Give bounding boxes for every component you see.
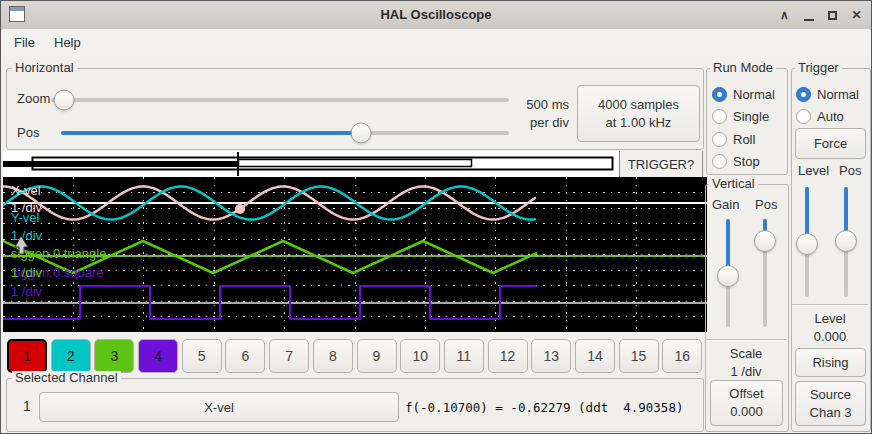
- rate-value: 500 ms: [507, 96, 569, 114]
- record-position-bar: [3, 151, 619, 177]
- radio-selected-icon: [796, 87, 811, 102]
- runmode-single-radio[interactable]: Single: [712, 108, 769, 124]
- radio-icon: [712, 154, 727, 169]
- vertical-pos-slider-thumb[interactable]: [754, 230, 776, 252]
- menu-file[interactable]: File: [10, 34, 39, 52]
- trigger-pos-slider[interactable]: [834, 187, 858, 297]
- channel-button-9[interactable]: 9: [357, 339, 397, 373]
- selected-channel-frame-label: Selected Channel: [12, 371, 121, 385]
- channel-readout: f(-0.10700) = -0.62279 (ddt 4.90358): [405, 400, 683, 415]
- trigger-level-header: Level: [798, 164, 829, 178]
- channel-button-3[interactable]: 3: [94, 339, 134, 373]
- channel-button-11[interactable]: 11: [444, 339, 484, 373]
- minimize-icon: [804, 19, 814, 21]
- close-icon: ✕: [851, 8, 861, 22]
- samples-button[interactable]: 4000 samples at 1.00 kHz: [577, 85, 700, 142]
- run-mode-frame-label: Run Mode: [710, 61, 776, 75]
- pos-slider-thumb[interactable]: [351, 123, 372, 144]
- channel-button-8[interactable]: 8: [313, 339, 353, 373]
- trigger-source-button[interactable]: Source Chan 3: [795, 381, 866, 426]
- radio-label: Single: [733, 109, 769, 124]
- runmode-stop-radio[interactable]: Stop: [712, 153, 760, 169]
- channel-button-7[interactable]: 7: [269, 339, 309, 373]
- trigger-level-slider-fill: [805, 187, 809, 236]
- zoom-slider-thumb[interactable]: [54, 90, 75, 111]
- zoom-slider-label: Zoom: [17, 92, 50, 106]
- close-button[interactable]: ✕: [848, 6, 865, 24]
- gain-slider-label: Gain: [712, 198, 739, 212]
- runmode-normal-radio[interactable]: Normal: [712, 86, 775, 102]
- trigger-frame-label: Trigger: [795, 61, 842, 75]
- rate-unit: per div: [507, 114, 569, 132]
- vertical-pos-slider-label: Pos: [755, 198, 777, 212]
- zoom-slider[interactable]: [51, 89, 509, 111]
- radio-icon: [712, 132, 727, 147]
- trigger-pos-header: Pos: [839, 164, 861, 178]
- gain-slider-thumb[interactable]: [717, 265, 739, 287]
- channel-button-6[interactable]: 6: [225, 339, 265, 373]
- radio-label: Normal: [733, 87, 775, 102]
- scope-channel-label: X-vel: [11, 183, 41, 198]
- channel-button-1[interactable]: 1: [7, 339, 47, 373]
- scope-channel-label: 1 /div: [11, 284, 43, 299]
- trigger-pos-slider-fill: [844, 187, 848, 233]
- source-label: Source: [810, 386, 851, 404]
- scope-display: X-vel1 /divY-vel1 /divsiggen.0.triangles…: [3, 177, 707, 332]
- zoom-slider-track[interactable]: [51, 98, 509, 102]
- scale-value: 1 /div: [705, 364, 787, 379]
- offset-value: 0.000: [730, 403, 763, 421]
- scope-canvas: X-vel1 /divY-vel1 /divsiggen.0.triangles…: [3, 177, 707, 332]
- channel-button-4[interactable]: 4: [138, 339, 178, 373]
- radio-label: Auto: [817, 109, 844, 124]
- gain-slider[interactable]: [716, 219, 740, 327]
- menu-help[interactable]: Help: [50, 34, 85, 52]
- channel-button-14[interactable]: 14: [575, 339, 615, 373]
- source-value: Chan 3: [810, 404, 852, 422]
- trigger-pos-slider-thumb[interactable]: [835, 230, 857, 252]
- scope-channel-label: 1 /div: [11, 265, 43, 280]
- titlebar[interactable]: HAL Oscilloscope ∧ ✕: [1, 1, 871, 30]
- scope-channel-label: 1 /div: [11, 228, 43, 243]
- scope-channel-label: siggen.0.triangle: [11, 246, 106, 261]
- trigger-auto-radio[interactable]: Auto: [796, 108, 844, 124]
- menubar: File Help: [2, 29, 870, 56]
- channel-button-12[interactable]: 12: [488, 339, 528, 373]
- maximize-icon: [828, 11, 837, 20]
- trigger-level-value: 0.000: [791, 329, 869, 344]
- channel-pin-button[interactable]: X-vel: [39, 392, 399, 422]
- maximize-button[interactable]: [824, 6, 841, 24]
- radio-icon: [796, 109, 811, 124]
- shade-button[interactable]: ∧: [776, 6, 793, 24]
- channel-button-13[interactable]: 13: [531, 339, 571, 373]
- channel-button-2[interactable]: 2: [51, 339, 91, 373]
- trigger-level-slider[interactable]: [795, 187, 819, 297]
- trigger-level-slider-thumb[interactable]: [796, 233, 818, 255]
- pos-slider-fill: [61, 131, 361, 135]
- trigger-edge-button[interactable]: Rising: [795, 348, 866, 377]
- radio-selected-icon: [712, 87, 727, 102]
- runmode-roll-radio[interactable]: Roll: [712, 131, 755, 147]
- trigger-level-label: Level: [791, 311, 869, 326]
- radio-label: Normal: [817, 87, 859, 102]
- vertical-frame-label: Vertical: [709, 177, 758, 191]
- offset-label: Offset: [729, 385, 763, 403]
- channel-button-5[interactable]: 5: [182, 339, 222, 373]
- horizontal-frame-label: Horizontal: [12, 61, 77, 75]
- channel-button-10[interactable]: 10: [400, 339, 440, 373]
- samples-count: 4000 samples: [598, 96, 679, 114]
- trigger-point-marker: [235, 204, 245, 214]
- sample-rate-text: 500 ms per div: [507, 96, 569, 132]
- force-button[interactable]: Force: [795, 128, 866, 159]
- trigger-status: TRIGGER?: [619, 151, 703, 177]
- minimize-button[interactable]: [800, 6, 817, 24]
- scope-channel-label: Y-vel: [11, 210, 40, 225]
- trigger-normal-radio[interactable]: Normal: [796, 86, 859, 102]
- horizontal-pos-slider[interactable]: [61, 122, 509, 144]
- channel-button-16[interactable]: 16: [662, 339, 702, 373]
- gain-slider-fill: [726, 219, 730, 269]
- vertical-pos-slider[interactable]: [753, 219, 777, 327]
- vertical-separator: [706, 339, 786, 341]
- trigger-separator: [792, 304, 868, 306]
- channel-button-15[interactable]: 15: [619, 339, 659, 373]
- offset-button[interactable]: Offset 0.000: [710, 380, 783, 426]
